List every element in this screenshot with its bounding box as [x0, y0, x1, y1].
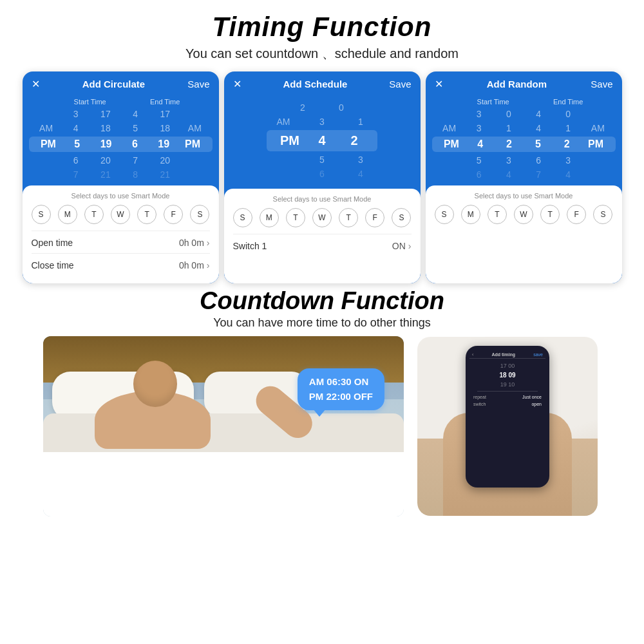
circulate-time-row-4: 7 21 8 21: [26, 167, 215, 182]
screens-row: ✕ Add Circulate Save Start Time End Time…: [6, 71, 638, 283]
timing-title: Timing Function: [213, 12, 432, 43]
sched-day-T2[interactable]: T: [339, 208, 358, 227]
rand-day-S2[interactable]: S: [593, 205, 612, 224]
circulate-time-row-1: AM 4 18 5 18 AM: [26, 121, 215, 135]
circulate-time-row-3: 6 20 7 20: [26, 153, 215, 167]
switch-value: ON ›: [392, 241, 412, 251]
day-S1[interactable]: S: [32, 205, 51, 224]
mini-divider: [477, 391, 538, 392]
mini-switch-value: open: [531, 402, 542, 406]
schedule-time-row-2[interactable]: PM 4 2: [267, 130, 377, 151]
circulate-time-picker: Start Time End Time 3 17 4 17 AM 4: [23, 95, 219, 182]
open-time-chevron: ›: [207, 238, 210, 248]
speech-line1: AM 06:30 ON: [309, 375, 373, 390]
mini-time-2: 19 10: [500, 380, 515, 389]
rand-day-W1[interactable]: W: [514, 205, 533, 224]
circulate-days-row: S M T W T F S: [32, 205, 210, 224]
rand-day-M1[interactable]: M: [461, 205, 480, 224]
circulate-header: ✕ Add Circulate Save: [23, 71, 219, 95]
mini-switch-label: switch: [473, 402, 486, 406]
speech-bubble: AM 06:30 ON PM 22:00 OFF: [298, 368, 384, 410]
speech-line2: PM 22:00 OFF: [309, 390, 373, 404]
circulate-time-labels: Start Time End Time: [26, 98, 215, 106]
day-M1[interactable]: M: [58, 205, 77, 224]
start-time-label: Start Time: [74, 98, 106, 106]
random-time-row-2[interactable]: PM 4 2 5 2 PM: [432, 137, 616, 152]
close-time-label: Close time: [32, 260, 74, 270]
screen-random: ✕ Add Random Save Start Time End Time 3 …: [426, 71, 622, 283]
sched-day-T1[interactable]: T: [286, 208, 305, 227]
open-time-row[interactable]: Open time 0h 0m ›: [32, 231, 210, 253]
random-time-labels: Start Time End Time: [430, 98, 618, 106]
rand-day-T2[interactable]: T: [540, 205, 560, 224]
mini-header-title: Add timing: [491, 352, 515, 357]
random-time-picker: Start Time End Time 3 0 4 0 AM 3: [426, 95, 622, 182]
day-F1[interactable]: F: [164, 205, 183, 224]
countdown-subtitle: You can have more time to do other thing…: [213, 316, 431, 330]
end-time-label: End Time: [150, 98, 180, 106]
mini-switch-row: switch open: [469, 401, 545, 408]
schedule-days-row: S M T W T F S: [233, 208, 412, 227]
random-header: ✕ Add Random Save: [426, 71, 622, 95]
open-time-value: 0h 0m ›: [179, 238, 210, 248]
screen-schedule: ✕ Add Schedule Save 2 0 AM 3 1: [224, 71, 421, 283]
mini-back-btn[interactable]: ‹: [472, 352, 473, 357]
random-title: Add Random: [487, 79, 547, 90]
mini-repeat-label: repeat: [473, 395, 486, 399]
sched-day-M1[interactable]: M: [260, 208, 279, 227]
screen-circulate: ✕ Add Circulate Save Start Time End Time…: [23, 71, 219, 283]
circulate-time-row-0: 3 17 4 17: [26, 107, 215, 121]
sched-day-S1[interactable]: S: [233, 208, 252, 227]
circulate-save-btn[interactable]: Save: [187, 79, 209, 90]
schedule-header: ✕ Add Schedule Save: [224, 71, 421, 95]
countdown-section: Countdown Function You can have more tim…: [0, 287, 644, 516]
countdown-title: Countdown Function: [200, 287, 444, 315]
random-smart-label: Select days to use Smart Mode: [435, 192, 613, 200]
mini-phone-body: 17 00 18 09 19 10 repeat Just once switc…: [469, 359, 545, 481]
switch-chevron: ›: [408, 241, 412, 251]
mini-repeat-value: Just once: [522, 395, 542, 399]
random-close-btn[interactable]: ✕: [435, 78, 443, 90]
mini-phone: ‹ Add timing save 17 00 18 09 19 10 repe…: [466, 346, 549, 488]
circulate-close-btn[interactable]: ✕: [32, 78, 40, 90]
person-head: [133, 361, 177, 407]
rand-day-S1[interactable]: S: [435, 205, 454, 224]
close-time-row[interactable]: Close time 0h 0m ›: [32, 253, 210, 276]
single-time-picker: 2 0 AM 3 1 PM 4 2: [228, 98, 417, 185]
open-time-label: Open time: [32, 238, 73, 248]
mini-save-btn[interactable]: save: [533, 352, 543, 357]
rand-day-T1[interactable]: T: [488, 205, 507, 224]
circulate-smart-label: Select days to use Smart Mode: [32, 192, 210, 200]
rand-start-label: Start Time: [477, 98, 509, 106]
page-wrapper: Timing Function You can set countdown 、s…: [0, 0, 644, 644]
random-save-btn[interactable]: Save: [591, 79, 612, 90]
bed-image-container: AM 06:30 ON PM 22:00 OFF: [43, 336, 404, 516]
schedule-close-btn[interactable]: ✕: [233, 78, 242, 90]
sched-day-F1[interactable]: F: [365, 208, 384, 227]
circulate-time-row-2[interactable]: PM 5 19 6 19 PM: [29, 137, 213, 152]
day-S2[interactable]: S: [190, 205, 209, 224]
schedule-title: Add Schedule: [283, 79, 347, 90]
sched-day-W1[interactable]: W: [312, 208, 332, 227]
close-time-chevron: ›: [207, 260, 210, 270]
switch-row[interactable]: Switch 1 ON ›: [233, 234, 412, 256]
mini-repeat-row: repeat Just once: [469, 393, 545, 401]
phone-image-container: ‹ Add timing save 17 00 18 09 19 10 repe…: [414, 336, 601, 516]
day-W1[interactable]: W: [111, 205, 130, 224]
random-time-row-0: 3 0 4 0: [430, 107, 618, 121]
schedule-time-row-4: 6 4: [273, 167, 371, 181]
schedule-time-row-1: AM 3 1: [273, 115, 371, 129]
bed-scene: AM 06:30 ON PM 22:00 OFF: [43, 336, 404, 516]
circulate-bottom: Select days to use Smart Mode S M T W T …: [23, 185, 219, 283]
sched-day-S2[interactable]: S: [392, 208, 411, 227]
switch-label: Switch 1: [233, 241, 267, 251]
schedule-save-btn[interactable]: Save: [389, 79, 411, 90]
day-T1[interactable]: T: [84, 205, 104, 224]
random-time-row-3: 5 3 6 3: [430, 153, 618, 167]
mini-time-1: 18 09: [499, 370, 515, 380]
day-T2[interactable]: T: [137, 205, 156, 224]
timing-subtitle: You can set countdown 、schedule and rand…: [185, 45, 459, 62]
rand-day-F1[interactable]: F: [567, 205, 586, 224]
timing-section: Timing Function You can set countdown 、s…: [0, 0, 644, 283]
close-time-value: 0h 0m ›: [179, 260, 210, 270]
